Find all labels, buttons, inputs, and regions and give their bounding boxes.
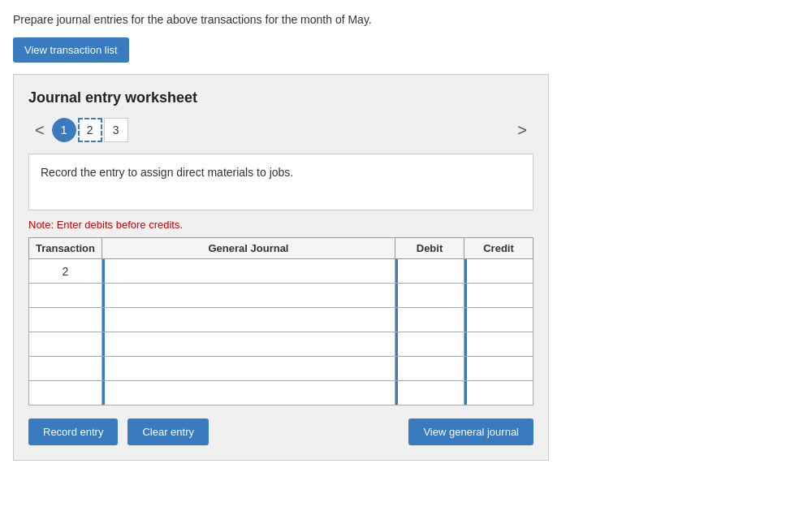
table-row: 2 [29,259,533,284]
instruction-box: Record the entry to assign direct materi… [28,154,533,210]
general-journal-input-2[interactable] [102,284,395,307]
debit-input-2[interactable] [395,284,464,307]
credit-input-5[interactable] [464,357,533,380]
next-page-button[interactable]: > [511,119,533,141]
credit-cell-1 [464,259,533,284]
page-button-1[interactable]: 1 [52,118,76,142]
credit-cell-6 [464,381,533,405]
debit-input-5[interactable] [395,357,464,380]
credit-input-6[interactable] [464,381,533,405]
table-row [29,284,533,308]
table-row [29,332,533,357]
general-journal-input-1[interactable] [102,259,395,283]
buttons-row: Record entry Clear entry View general jo… [28,418,533,445]
col-header-debit: Debit [395,238,464,259]
worksheet-title: Journal entry worksheet [28,89,533,106]
credit-cell-2 [464,284,533,308]
col-header-credit: Credit [464,238,533,259]
col-header-transaction: Transaction [29,238,102,259]
table-row [29,308,533,332]
view-general-journal-button[interactable]: View general journal [408,418,533,445]
general-journal-cell-4 [102,332,395,357]
page-description: Prepare journal entries for the above tr… [13,13,799,26]
debit-input-4[interactable] [395,332,464,356]
credit-input-2[interactable] [464,284,533,307]
page-button-3[interactable]: 3 [104,118,128,142]
instruction-text: Record the entry to assign direct materi… [41,166,293,179]
debit-cell-6 [395,381,464,405]
view-transaction-button[interactable]: View transaction list [13,37,129,63]
debit-cell-2 [395,284,464,308]
general-journal-cell-5 [102,357,395,381]
credit-input-3[interactable] [464,308,533,332]
debit-input-6[interactable] [395,381,464,405]
table-row [29,357,533,381]
general-journal-input-4[interactable] [102,332,395,356]
clear-entry-button[interactable]: Clear entry [127,418,209,445]
journal-table: Transaction General Journal Debit Credit… [28,237,533,405]
worksheet-container: Journal entry worksheet < 1 2 3 > Record… [13,74,549,461]
general-journal-cell-1 [102,259,395,284]
transaction-cell-empty-6 [29,381,102,405]
transaction-number: 2 [29,259,102,284]
general-journal-cell-2 [102,284,395,308]
transaction-cell-empty-2 [29,284,102,308]
col-header-general-journal: General Journal [102,238,395,259]
record-entry-button[interactable]: Record entry [28,418,118,445]
general-journal-input-6[interactable] [102,381,395,405]
debit-cell-4 [395,332,464,357]
credit-cell-3 [464,308,533,332]
transaction-cell-empty-3 [29,308,102,332]
table-header-row: Transaction General Journal Debit Credit [29,238,533,259]
credit-cell-5 [464,357,533,381]
transaction-cell-empty-4 [29,332,102,357]
credit-cell-4 [464,332,533,357]
credit-input-1[interactable] [464,259,533,283]
table-row [29,381,533,405]
transaction-cell-empty-5 [29,357,102,381]
page-button-2[interactable]: 2 [78,118,102,142]
pagination-row: < 1 2 3 > [28,118,533,142]
general-journal-cell-3 [102,308,395,332]
debit-cell-5 [395,357,464,381]
debit-input-1[interactable] [395,259,464,283]
prev-page-button[interactable]: < [28,119,51,141]
credit-input-4[interactable] [464,332,533,356]
debit-cell-3 [395,308,464,332]
note-text: Note: Enter debits before credits. [28,219,533,231]
general-journal-cell-6 [102,381,395,405]
general-journal-input-3[interactable] [102,308,395,332]
debit-input-3[interactable] [395,308,464,332]
general-journal-input-5[interactable] [102,357,395,380]
debit-cell-1 [395,259,464,284]
